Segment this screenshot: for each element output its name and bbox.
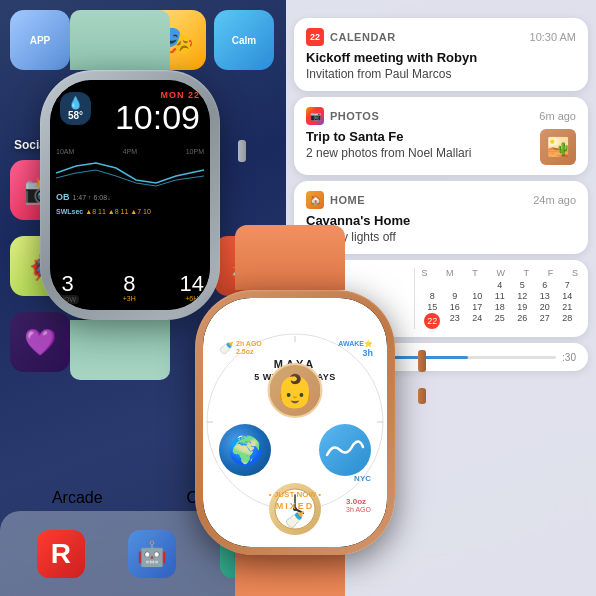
home-app-name: HOME (330, 194, 527, 206)
cal-cell: 20 (534, 302, 556, 312)
cal-day-s2: S (572, 268, 578, 278)
swl-row: SWLsec ▲8 11 ▲8 11 ▲7 10 (56, 208, 204, 215)
bottom-notif-time: :30 (562, 352, 576, 363)
cal-day-s1: S (421, 268, 427, 278)
cal-cell: 5 (511, 280, 533, 290)
baby-face-icon: 👶 (275, 372, 315, 410)
cal-cell: 4 (489, 280, 511, 290)
cal-cell: 11 (489, 291, 511, 301)
cal-cell: 21 (556, 302, 578, 312)
cal-cell: 25 (489, 313, 511, 329)
cal-cell (466, 280, 488, 290)
photos-body: 2 new photos from Noel Mallari (306, 146, 576, 160)
cal-cell: 14 (556, 291, 578, 301)
home-time: 24m ago (533, 194, 576, 206)
watch-temp: 💧 58° (60, 92, 91, 125)
cal-header: S M T W T F S (421, 268, 578, 278)
watch-time: 10:09 (115, 100, 200, 134)
watch-crown-right (418, 350, 426, 372)
temp-value: 58° (68, 110, 83, 121)
watch-day-date: MON 22 10:09 (115, 90, 200, 134)
ob-label: OB (56, 192, 70, 202)
photos-thumbnail: 🏜️ (540, 129, 576, 165)
wave-chart (56, 158, 204, 188)
cal-cell: 13 (534, 291, 556, 301)
watch-band-bottom-left (70, 320, 170, 380)
cal-grid: 4 5 6 7 8 9 10 11 12 13 14 15 16 17 18 1… (421, 280, 578, 329)
bottle-ago: 2h AGO (236, 340, 262, 348)
cal-today: 22 (424, 313, 440, 329)
cal-cell: 24 (466, 313, 488, 329)
cal-cell: 19 (511, 302, 533, 312)
watch-button-right (418, 388, 426, 404)
wave-icon (325, 435, 365, 465)
dock-app-robot[interactable]: 🤖 (128, 530, 176, 578)
cal-cell: 6 (534, 280, 556, 290)
cal-cell (421, 280, 443, 290)
swl-label: SWLsec (56, 208, 83, 215)
cal-cell: 10 (466, 291, 488, 301)
photos-title: Trip to Santa Fe (306, 129, 576, 144)
cal-cell (444, 280, 466, 290)
calendar-body: Invitation from Paul Marcos (306, 67, 576, 81)
cal-cell: 18 (489, 302, 511, 312)
diaper-emoji: 🍼 (285, 511, 305, 528)
watch-face-right: 🍼 2h AGO 2.5oz AWAKE⭐ 3h (203, 298, 387, 547)
cal-cell: 9 (444, 291, 466, 301)
calendar-time: 10:30 AM (530, 31, 576, 43)
calendar-app-icon: 22 (306, 28, 324, 46)
cal-cell: 7 (556, 280, 578, 290)
home-body: Hallway lights off (306, 230, 576, 244)
bottle-icon: 🍼 (219, 341, 234, 355)
cal-day-w: W (496, 268, 505, 278)
ob-times: 1:47 ↑ 6:08↓ (73, 194, 111, 201)
oz-amount: 3.0oz (346, 497, 371, 506)
watch-band-bottom-right (235, 550, 345, 596)
cal-cell: 23 (444, 313, 466, 329)
watch-right-body: 🍼 2h AGO 2.5oz AWAKE⭐ 3h (180, 270, 420, 570)
oz-ago: 3h AGO (346, 506, 371, 513)
cal-cell: 27 (534, 313, 556, 329)
photos-app-icon: 📷 (306, 107, 324, 125)
forecast-now: 3 NOW (56, 273, 79, 304)
cal-cell: 28 (556, 313, 578, 329)
watch-screen-right: 🍼 2h AGO 2.5oz AWAKE⭐ 3h (203, 298, 387, 547)
watch-band-top-right (235, 225, 345, 290)
cal-day-t2: T (524, 268, 530, 278)
earth-complication[interactable]: 🌍 (219, 424, 271, 476)
home-app-icon: 🏠 (306, 191, 324, 209)
mini-calendar: S M T W T F S 4 5 6 7 8 9 (421, 268, 578, 329)
forecast-3h: 8 +3H (123, 273, 136, 304)
photos-time: 6m ago (539, 110, 576, 122)
watch-crown-left (238, 140, 246, 162)
cal-cell: 16 (444, 302, 466, 312)
photos-notification[interactable]: 📷 PHOTOS 6m ago 🏜️ Trip to Santa Fe 2 ne… (294, 97, 588, 175)
cal-day-f: F (548, 268, 554, 278)
cal-cell: 17 (466, 302, 488, 312)
home-notif-header: 🏠 HOME 24m ago (306, 191, 576, 209)
oz-info: 3.0oz 3h AGO (346, 497, 371, 513)
earth-icon: 🌍 (228, 434, 263, 467)
swl-values: ▲8 11 ▲8 11 ▲7 10 (85, 208, 151, 215)
watch-band-top-left (70, 10, 170, 70)
calendar-notif-header: 22 CALENDAR 10:30 AM (306, 28, 576, 46)
arcade-label: Arcade (52, 489, 103, 507)
photos-content: 🏜️ Trip to Santa Fe 2 new photos from No… (306, 129, 576, 165)
calendar-app-name: CALENDAR (330, 31, 524, 43)
forecast-num-0: 3 (61, 273, 73, 295)
ob-tide: OB 1:47 ↑ 6:08↓ (56, 192, 204, 202)
cal-cell: 12 (511, 291, 533, 301)
cal-day-t1: T (472, 268, 478, 278)
watch-time-labels: 10AM 4PM 10PM (56, 148, 204, 155)
cal-cell: 8 (421, 291, 443, 301)
photos-notif-header: 📷 PHOTOS 6m ago (306, 107, 576, 125)
forecast-num-1: 8 (123, 273, 135, 295)
watch-right: 🍼 2h AGO 2.5oz AWAKE⭐ 3h (180, 270, 420, 570)
dock-app-r[interactable]: R (37, 530, 85, 578)
calendar-title: Kickoff meeting with Robyn (306, 50, 576, 65)
cal-cell: 15 (421, 302, 443, 312)
forecast-label-0: NOW (56, 295, 79, 304)
forecast-label-1: +3H (123, 295, 136, 302)
calendar-notification[interactable]: 22 CALENDAR 10:30 AM Kickoff meeting wit… (294, 18, 588, 91)
diaper-icon: 🍼 (285, 510, 305, 529)
